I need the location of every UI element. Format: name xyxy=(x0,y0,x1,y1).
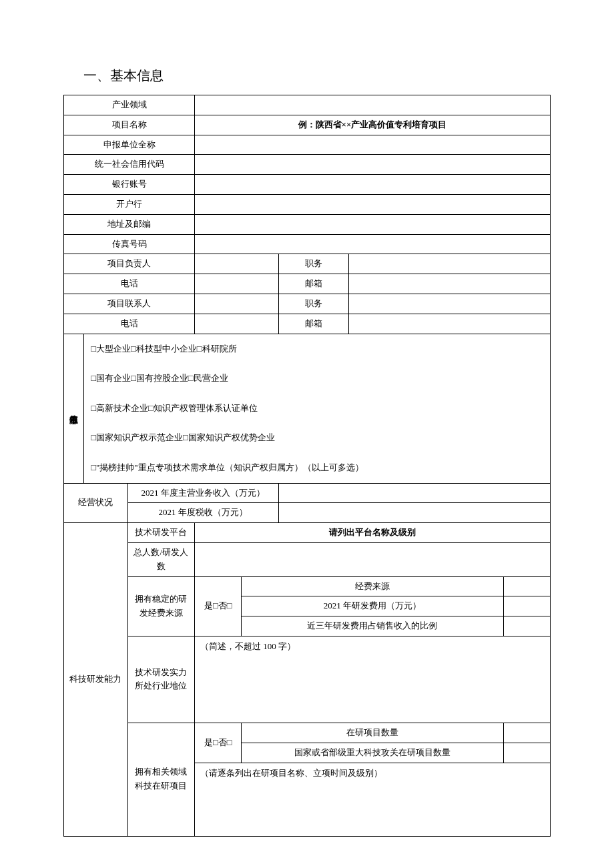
label-rd-capability: 科技研发能力 xyxy=(64,523,128,836)
value-headcount[interactable] xyxy=(195,542,551,576)
value-rd-expense-2021[interactable] xyxy=(503,596,550,616)
value-industry-field[interactable] xyxy=(195,95,551,115)
value-bank-name[interactable] xyxy=(195,194,551,214)
checkbox-line-3[interactable]: □高新技术企业□知识产权管理体系认证单位 xyxy=(84,394,551,424)
label-rd-ratio: 近三年研发费用占销售收入的比例 xyxy=(242,616,503,636)
label-industry-position: 技术研发实力所处行业地位 xyxy=(127,636,195,723)
label-leader-phone: 电话 xyxy=(64,274,195,294)
value-project-name[interactable]: 例：陕西省××产业高价值专利培育项目 xyxy=(195,115,551,135)
label-leader-email: 邮箱 xyxy=(278,274,349,294)
checkbox-line-1[interactable]: □大型企业□科技型中小企业□科研院所 xyxy=(84,334,551,364)
value-social-credit-code[interactable] xyxy=(195,155,551,175)
label-funding-source: 经费来源 xyxy=(242,576,503,596)
value-leader-phone[interactable] xyxy=(195,274,279,294)
label-headcount: 总人数/研发人数 xyxy=(127,542,195,576)
checkbox-line-2[interactable]: □国有企业□国有控股企业□民营企业 xyxy=(84,364,551,394)
checkbox-line-4[interactable]: □国家知识产权示范企业□国家知识产权优势企业 xyxy=(84,423,551,453)
label-project-contact: 项目联系人 xyxy=(64,294,195,314)
value-contact-position[interactable] xyxy=(349,294,551,314)
label-contact-phone: 电话 xyxy=(64,314,195,334)
label-applicant-full-name: 申报单位全称 xyxy=(64,135,195,155)
label-ongoing-projects: 拥有相关领域科技在研项目 xyxy=(127,723,195,836)
value-ongoing-yesno[interactable]: 是□否□ xyxy=(195,723,242,763)
label-bank-account: 银行账号 xyxy=(64,175,195,195)
value-ongoing-count[interactable] xyxy=(503,723,550,743)
value-project-contact[interactable] xyxy=(195,294,279,314)
value-bank-account[interactable] xyxy=(195,175,551,195)
label-ongoing-count: 在研项目数量 xyxy=(242,723,503,743)
label-stable-funding: 拥有稳定的研发经费来源 xyxy=(127,576,195,636)
value-leader-email[interactable] xyxy=(349,274,551,294)
label-leader-position: 职务 xyxy=(278,254,349,274)
value-fax[interactable] xyxy=(195,234,551,254)
value-contact-phone[interactable] xyxy=(195,314,279,334)
value-revenue-2021[interactable] xyxy=(278,483,550,503)
label-project-leader: 项目负责人 xyxy=(64,254,195,274)
label-applicant-basic-info: 申报单位基本信息 xyxy=(64,334,84,483)
value-project-list[interactable]: （请逐条列出在研项目名称、立项时间及级别） xyxy=(195,763,551,836)
label-tax-2021: 2021 年度税收（万元） xyxy=(127,503,278,523)
label-project-name: 项目名称 xyxy=(64,115,195,135)
label-contact-email: 邮箱 xyxy=(278,314,349,334)
label-revenue-2021: 2021 年度主营业务收入（万元） xyxy=(127,483,278,503)
value-rd-platform[interactable]: 请列出平台名称及级别 xyxy=(195,523,551,543)
value-rd-ratio[interactable] xyxy=(503,616,550,636)
label-industry-field: 产业领域 xyxy=(64,95,195,115)
label-address-postcode: 地址及邮编 xyxy=(64,214,195,234)
label-rd-expense-2021: 2021 年研发费用（万元） xyxy=(242,596,503,616)
value-major-project-count[interactable] xyxy=(503,743,550,763)
value-tax-2021[interactable] xyxy=(278,503,550,523)
value-leader-position[interactable] xyxy=(349,254,551,274)
label-fax: 传真号码 xyxy=(64,234,195,254)
value-stable-funding-yesno[interactable]: 是□否□ xyxy=(195,576,242,636)
value-address-postcode[interactable] xyxy=(195,214,551,234)
value-contact-email[interactable] xyxy=(349,314,551,334)
label-social-credit-code: 统一社会信用代码 xyxy=(64,155,195,175)
label-contact-position: 职务 xyxy=(278,294,349,314)
value-funding-source[interactable] xyxy=(503,576,550,596)
value-project-leader[interactable] xyxy=(195,254,279,274)
label-bank-name: 开户行 xyxy=(64,194,195,214)
section-title: 一、基本信息 xyxy=(83,67,551,85)
value-applicant-full-name[interactable] xyxy=(195,135,551,155)
label-operations: 经营状况 xyxy=(64,483,128,523)
label-major-project-count: 国家或省部级重大科技攻关在研项目数量 xyxy=(242,743,503,763)
value-industry-position[interactable]: （简述，不超过 100 字） xyxy=(195,636,551,723)
checkbox-line-5[interactable]: □"揭榜挂帅"重点专项技术需求单位（知识产权归属方）（以上可多选） xyxy=(84,453,551,483)
label-rd-platform: 技术研发平台 xyxy=(127,523,195,543)
basic-info-table: 产业领域 项目名称 例：陕西省××产业高价值专利培育项目 申报单位全称 统一社会… xyxy=(63,95,551,837)
